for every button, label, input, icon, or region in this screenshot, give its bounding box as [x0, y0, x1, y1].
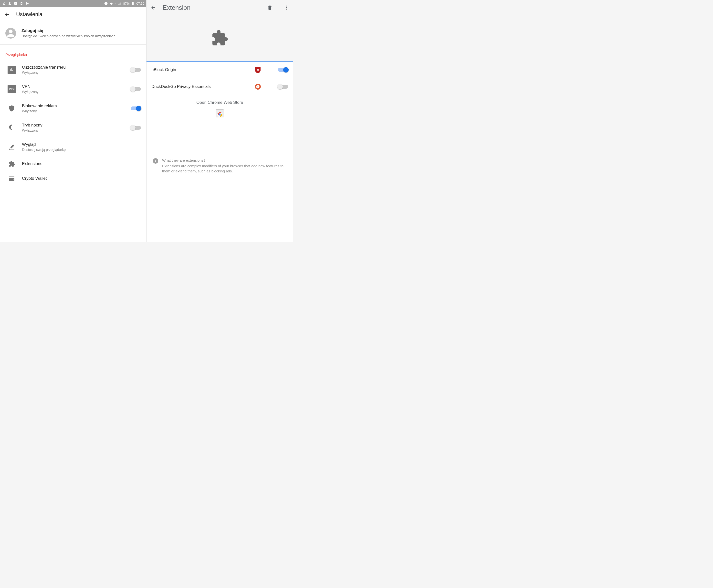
app-bar-left: Ustawienia	[0, 7, 146, 22]
back-icon[interactable]	[4, 12, 10, 17]
toggle-duckduckgo[interactable]	[278, 85, 288, 89]
svg-point-12	[219, 114, 221, 115]
setting-row-night-mode[interactable]: Tryb nocny Wyłączony	[0, 118, 146, 137]
svg-point-5	[286, 9, 287, 10]
vpn-icon: VPN	[7, 85, 16, 93]
svg-point-4	[286, 7, 287, 8]
setting-row-extensions[interactable]: Extensions	[0, 156, 146, 171]
page-title: Extension	[163, 4, 190, 12]
status-bar: R 87% 07:50	[0, 0, 146, 7]
check-circle-icon	[14, 1, 18, 5]
info-box: i What they are extensions? Extensions a…	[147, 121, 293, 174]
chrome-webstore-icon	[214, 107, 225, 118]
status-time: 07:50	[136, 2, 144, 5]
setting-sub: Dostosuj swoją przeglądarkę	[22, 148, 141, 152]
trash-icon[interactable]	[267, 5, 273, 10]
svg-point-1	[9, 29, 13, 33]
shield-icon	[7, 104, 16, 113]
extension-row-duckduckgo[interactable]: DuckDuckGo Privacy Essentials	[147, 78, 293, 95]
download-done-icon	[2, 1, 6, 5]
hero-area	[147, 15, 293, 62]
profile-row[interactable]: Zaloguj się Dostęp do Twoich danych na w…	[0, 22, 146, 45]
toggle-ublock[interactable]	[278, 68, 288, 72]
app-bar-right: Extension	[147, 0, 293, 15]
setting-title: Wygląd	[22, 142, 141, 147]
more-icon[interactable]	[284, 5, 289, 10]
setting-title: Blokowanie reklam	[22, 104, 120, 108]
puzzle-icon	[7, 160, 16, 168]
puzzle-large-icon	[211, 29, 229, 47]
svg-point-3	[286, 6, 287, 6]
wifi-icon	[109, 1, 113, 5]
setting-title: Extensions	[22, 162, 141, 166]
extension-name: DuckDuckGo Privacy Essentials	[151, 84, 252, 89]
extension-row-ublock[interactable]: uBlock Origin uo	[147, 62, 293, 78]
setting-row-adblock[interactable]: Blokowanie reklam Włączony	[0, 99, 146, 118]
battery-percent: 87%	[123, 2, 129, 5]
toggle-night-mode[interactable]	[131, 126, 141, 130]
profile-title: Zaloguj się	[21, 28, 116, 33]
vibrate-icon	[104, 1, 108, 5]
setting-title: Oszczędzanie transferu	[22, 65, 120, 70]
avatar-icon	[5, 28, 16, 39]
setting-sub: Wyłączony	[22, 90, 120, 94]
setting-sub: Wyłączony	[22, 70, 120, 75]
battery-plus-icon	[20, 1, 23, 5]
back-icon[interactable]	[150, 5, 156, 10]
play-check-icon	[25, 1, 29, 5]
info-body: Extensions are complex modifiers of your…	[162, 164, 284, 173]
setting-title: Tryb nocny	[22, 123, 120, 128]
page-title: Ustawienia	[16, 11, 42, 18]
info-title: What they are extensions?	[162, 158, 287, 163]
paint-icon	[7, 143, 16, 151]
extension-name: uBlock Origin	[151, 67, 252, 72]
webstore-link[interactable]: Open Chrome Web Store	[147, 95, 293, 121]
roaming-label: R	[115, 2, 117, 5]
duckduckgo-icon	[255, 84, 261, 90]
upload-icon	[8, 1, 12, 5]
setting-sub: Włączony	[22, 109, 120, 113]
setting-row-crypto-wallet[interactable]: Crypto Wallet	[0, 171, 146, 186]
setting-row-vpn[interactable]: VPN VPN Wyłączony	[0, 79, 146, 99]
info-icon: i	[153, 158, 158, 164]
toggle-vpn[interactable]	[131, 87, 141, 91]
setting-sub: Wyłączony	[22, 128, 120, 132]
svg-rect-2	[9, 149, 15, 150]
toggle-adblock[interactable]	[131, 106, 141, 110]
bar-chart-icon	[7, 66, 16, 74]
battery-icon	[131, 1, 135, 5]
profile-subtitle: Dostęp do Twoich danych na wszystkich Tw…	[21, 34, 116, 38]
setting-row-appearance[interactable]: Wygląd Dostosuj swoją przeglądarkę	[0, 137, 146, 156]
signal-icon	[118, 1, 122, 5]
webstore-label: Open Chrome Web Store	[147, 100, 293, 105]
setting-row-data-saver[interactable]: Oszczędzanie transferu Wyłączony	[0, 60, 146, 79]
wallet-icon	[7, 174, 16, 183]
moon-icon	[7, 123, 16, 132]
toggle-data-saver[interactable]	[131, 68, 141, 72]
setting-title: VPN	[22, 84, 120, 89]
svg-point-0	[14, 2, 17, 5]
section-header-browser: Przeglądarka	[0, 45, 146, 60]
setting-title: Crypto Wallet	[22, 176, 141, 181]
ublock-icon: uo	[255, 67, 261, 73]
